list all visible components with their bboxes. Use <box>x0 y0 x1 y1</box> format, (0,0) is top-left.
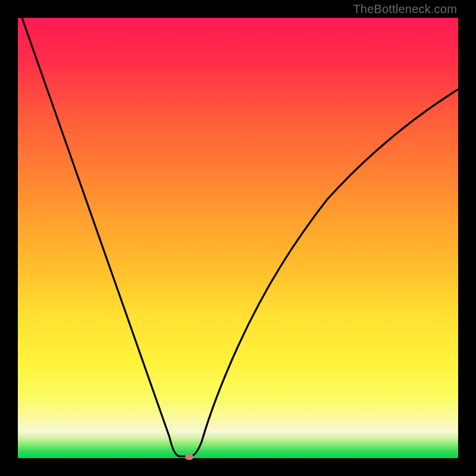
watermark-text: TheBottleneck.com <box>353 2 457 16</box>
minimum-marker <box>185 454 193 460</box>
bottleneck-curve <box>18 18 458 458</box>
chart-frame: TheBottleneck.com <box>0 0 476 476</box>
